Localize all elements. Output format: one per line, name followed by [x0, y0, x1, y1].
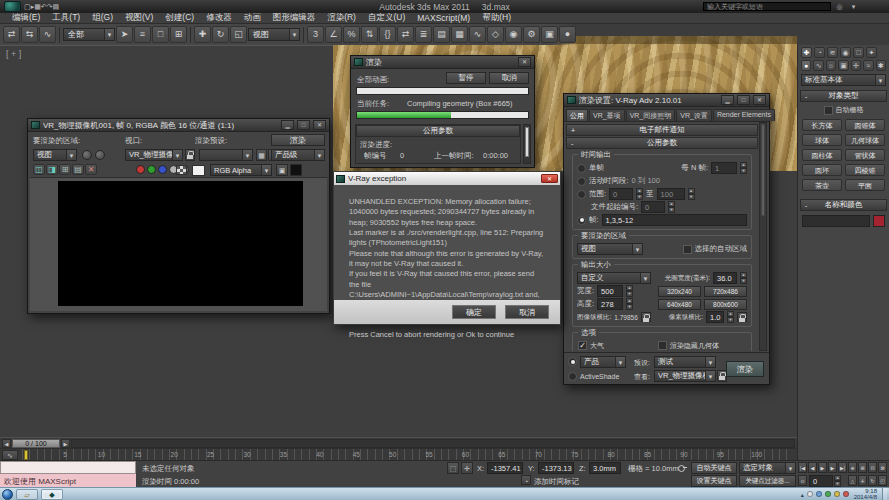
zoom-all-icon[interactable]: ⊞	[858, 462, 867, 473]
cancel-button[interactable]: 取消	[489, 72, 529, 84]
maximize-viewport-icon[interactable]: ◰	[878, 475, 887, 486]
save-file-icon[interactable]: ▦	[34, 3, 41, 10]
name-color-rollout[interactable]: - 名称和颜色	[800, 199, 887, 211]
preset-640x480-button[interactable]: 640x480	[658, 299, 701, 310]
close-button[interactable]: ✕	[541, 174, 558, 183]
preset-320x240-button[interactable]: 320x240	[658, 286, 701, 297]
track-bar[interactable]: ∿ 51015202530354045505560657075808590951…	[0, 448, 797, 460]
every-n-spinner[interactable]: ▲▼	[740, 162, 747, 174]
pan-icon[interactable]: ✛	[858, 475, 867, 486]
tab-1[interactable]: 公用	[566, 109, 588, 121]
close-button[interactable]: ✕	[313, 120, 326, 130]
time-slider-track[interactable]	[71, 439, 795, 448]
layer-manager-icon[interactable]: ▤	[433, 26, 450, 43]
close-button[interactable]: ✕	[518, 57, 531, 67]
vfb-title-bar[interactable]: VR_物理摄像机001, 帧 0, RGBA 颜色 16 位/通道 (1:1) …	[28, 119, 329, 132]
selection-filter-dropdown[interactable]: 全部▼	[63, 28, 115, 41]
key-mode-toggle[interactable]: ⊙	[798, 475, 807, 486]
update-icon[interactable]	[834, 491, 840, 497]
active-segment-radio[interactable]	[577, 177, 586, 186]
lights-category-icon[interactable]: ☼	[826, 60, 836, 71]
menu-item-item[interactable]: 动画	[238, 12, 267, 24]
tick-item[interactable]: 60	[458, 451, 472, 458]
tick-item[interactable]: 65	[495, 451, 509, 458]
frames-radio[interactable]	[577, 216, 586, 225]
range-to-field[interactable]: 100	[657, 188, 685, 200]
geometry-category-icon[interactable]: ●	[801, 60, 811, 71]
minimize-button[interactable]: ▁	[721, 95, 734, 105]
helpers-category-icon[interactable]: ✛	[851, 60, 861, 71]
menu-item-item[interactable]: 自定义(U)	[362, 12, 411, 24]
common-parameters-rollout[interactable]: 公用参数	[356, 125, 520, 137]
orbit-icon[interactable]: ↻	[868, 475, 877, 486]
maxscript-mini-listener-output[interactable]: 欢迎使用 MAXScript	[0, 474, 136, 488]
curve-editor-icon[interactable]: ∿	[469, 26, 486, 43]
toggle-ui-icon[interactable]: ▣	[276, 164, 288, 176]
preset-720x486-button[interactable]: 720x486	[704, 286, 747, 297]
select-rotate-icon[interactable]: ↻	[212, 26, 229, 43]
aperture-width-field[interactable]: 36.0	[713, 272, 737, 284]
primitive-button[interactable]: 四棱锥	[845, 164, 885, 176]
render-setup-scrollbar[interactable]	[759, 122, 767, 351]
menu-item-item[interactable]: 视图(V)	[119, 12, 159, 24]
menu-item-item[interactable]: 编辑(E)	[6, 12, 46, 24]
viewport-dropdown[interactable]: VR_物理摄像机001▼	[125, 149, 183, 161]
render-mode-dropdown[interactable]: 产品级▼	[271, 149, 325, 161]
select-move-icon[interactable]: ✚	[194, 26, 211, 43]
option-checkbox[interactable]	[658, 341, 667, 350]
add-time-tag[interactable]: 添加时间标记	[534, 477, 579, 487]
progress-scrollbar[interactable]	[523, 124, 531, 164]
green-channel-icon[interactable]	[147, 165, 156, 174]
tick-item[interactable]: 95	[713, 451, 727, 458]
material-editor-icon[interactable]: ◉	[505, 26, 522, 43]
current-frame-marker[interactable]	[24, 450, 28, 460]
auto-region-button[interactable]	[95, 150, 105, 160]
primitive-button[interactable]: 球体	[802, 134, 842, 146]
set-key-button[interactable]: 设置关键点	[691, 475, 737, 487]
modify-tab-icon[interactable]: ◔	[814, 47, 825, 58]
go-to-start-button[interactable]: |◀	[798, 462, 807, 473]
primitive-button[interactable]: 圆环	[802, 164, 842, 176]
edit-region-button[interactable]	[82, 150, 92, 160]
space-warps-category-icon[interactable]: ≈	[863, 60, 873, 71]
rendered-frame-window-icon[interactable]: ▣	[541, 26, 558, 43]
range-from-field[interactable]: 0	[609, 188, 633, 200]
tick-item[interactable]: 10	[94, 451, 108, 458]
tick-item[interactable]: 40	[313, 451, 327, 458]
search-input[interactable]: 输入关键字或短语	[703, 2, 831, 11]
print-image-icon[interactable]: ▤	[72, 164, 84, 175]
clock[interactable]: 9:18 2014/4/8	[854, 488, 877, 500]
selection-set-dropdown[interactable]: 选定对象▼	[739, 462, 796, 474]
select-by-name-icon[interactable]: ≡	[134, 26, 151, 43]
clear-color-swatch[interactable]	[192, 165, 205, 176]
new-scene-icon[interactable]: ▢	[24, 3, 31, 10]
next-frame-button[interactable]: ▶	[828, 462, 837, 473]
project-folder-icon[interactable]: ▤	[53, 3, 60, 10]
blue-channel-icon[interactable]	[158, 165, 167, 174]
menu-item-item[interactable]: 帮助(H)	[476, 12, 517, 24]
absolute-mode-toggle[interactable]: ✛	[461, 462, 473, 474]
primitive-button[interactable]: 几何球体	[845, 134, 885, 146]
primitive-button[interactable]: 圆锥体	[845, 119, 885, 131]
save-preset-icon[interactable]: ▦	[256, 149, 267, 161]
edit-named-selection-sets-icon[interactable]: {}	[379, 26, 396, 43]
range-from-spinner[interactable]: ▲▼	[636, 188, 643, 200]
single-frame-radio[interactable]	[577, 164, 586, 173]
hierarchy-tab-icon[interactable]: ≋	[827, 47, 838, 58]
reference-coordinate-dropdown[interactable]: 视图▼	[248, 28, 300, 41]
menu-item-item[interactable]: 组(G)	[86, 12, 119, 24]
tick-item[interactable]: 85	[641, 451, 655, 458]
ime-icon[interactable]	[807, 491, 813, 497]
shapes-category-icon[interactable]: ∿	[813, 60, 823, 71]
tick-item[interactable]: 55	[422, 451, 436, 458]
application-menu-icon[interactable]	[4, 1, 21, 12]
snap-toggle-icon[interactable]: 3	[307, 26, 324, 43]
frames-field[interactable]: 1,3,5-12	[602, 214, 747, 226]
motion-tab-icon[interactable]: ◉	[840, 47, 851, 58]
zoom-extents-icon[interactable]: ⊡	[868, 462, 877, 473]
render-button[interactable]: 渲染	[271, 134, 325, 146]
zoom-icon[interactable]: ⊕	[848, 462, 857, 473]
preset-800x600-button[interactable]: 800x600	[704, 299, 747, 310]
key-filters-button[interactable]: 关键点过滤器...	[739, 475, 796, 487]
y-coordinate-field[interactable]: -1373.13	[538, 462, 574, 474]
